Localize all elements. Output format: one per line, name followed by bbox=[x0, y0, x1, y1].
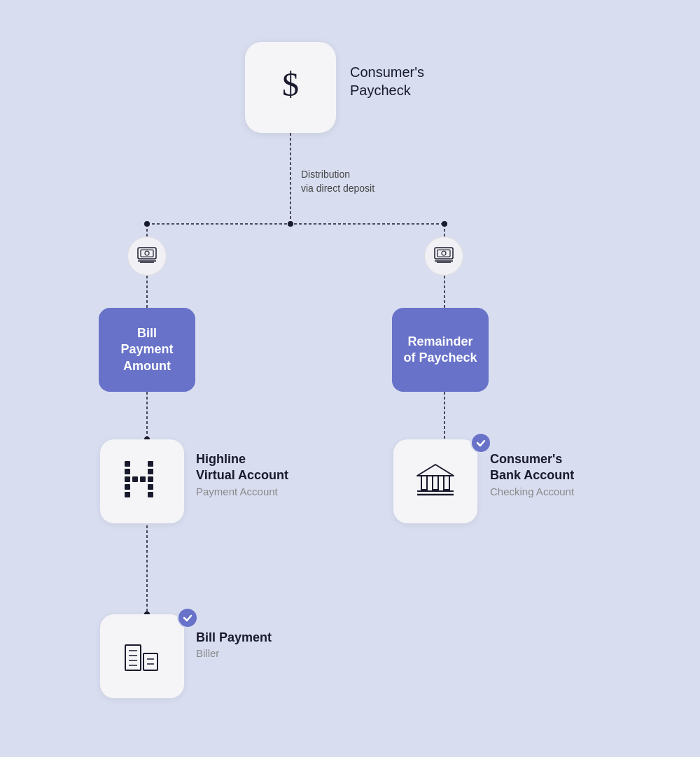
highline-logo-icon bbox=[125, 461, 160, 502]
svg-text:$: $ bbox=[282, 66, 299, 103]
bill-check-badge bbox=[177, 607, 198, 628]
bill-payment-label: Bill Payment Biller bbox=[196, 630, 272, 659]
svg-rect-31 bbox=[125, 645, 141, 670]
svg-rect-26 bbox=[421, 476, 427, 490]
bill-icon bbox=[120, 632, 164, 680]
distribution-label: Distribution via direct deposit bbox=[301, 168, 374, 195]
svg-point-3 bbox=[144, 221, 150, 227]
bill-payment-box: Bill Payment Amount bbox=[99, 308, 195, 392]
bank-check-badge bbox=[470, 432, 491, 453]
remainder-box: Remainder of Paycheck bbox=[392, 308, 489, 392]
left-money-icon bbox=[127, 236, 167, 276]
svg-rect-28 bbox=[444, 476, 449, 490]
paycheck-node: $ bbox=[245, 42, 336, 133]
svg-rect-36 bbox=[144, 653, 158, 670]
diagram-container: $ Consumer's Paycheck Distribution via d… bbox=[0, 0, 700, 757]
right-money-icon bbox=[424, 236, 463, 276]
paycheck-label: Consumer's Paycheck bbox=[350, 63, 424, 99]
bank-account-card bbox=[393, 439, 477, 523]
highline-account-card bbox=[100, 439, 184, 523]
svg-marker-25 bbox=[417, 465, 454, 476]
bank-icon bbox=[413, 458, 458, 505]
svg-point-1 bbox=[288, 221, 293, 227]
svg-point-17 bbox=[145, 251, 149, 255]
svg-point-22 bbox=[442, 251, 446, 255]
highline-account-label: Highline Virtual Account Payment Account bbox=[196, 451, 288, 497]
svg-rect-27 bbox=[433, 476, 438, 490]
svg-point-4 bbox=[442, 221, 447, 227]
dollar-icon: $ bbox=[268, 64, 313, 111]
bill-payment-card bbox=[100, 614, 184, 698]
bank-account-label: Consumer's Bank Account Checking Account bbox=[490, 451, 574, 497]
